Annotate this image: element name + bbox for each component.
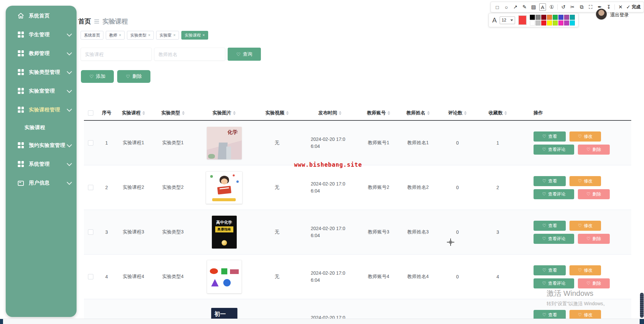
palette-swatch[interactable] (530, 15, 535, 20)
horizontal-scrollbar-track[interactable] (0, 319, 644, 324)
view-button[interactable]: ♡查看 (534, 176, 566, 186)
tab-label: 系统首页 (84, 33, 100, 38)
view-button[interactable]: ♡查看 (534, 221, 566, 231)
close-tool[interactable]: ✕ (617, 3, 624, 11)
delete-button[interactable]: ♡ 删除 (117, 70, 150, 83)
row-checkbox[interactable] (88, 140, 93, 146)
tab-close-icon[interactable]: × (202, 33, 205, 37)
sidebar-item-7[interactable]: 预约实验室管理 (6, 136, 77, 155)
view-comments-button[interactable]: ♡查看评论 (534, 278, 574, 288)
tab-close-icon[interactable]: × (173, 33, 176, 37)
delete-row-button[interactable]: ♡删除 (578, 234, 610, 244)
palette-swatch[interactable] (547, 15, 552, 20)
palette-swatch[interactable] (553, 15, 558, 20)
sidebar-item-2[interactable]: 教师管理 (6, 44, 77, 63)
pencil-tool[interactable]: ✎ (521, 3, 528, 11)
sort-carets-icon[interactable] (182, 111, 185, 115)
palette-swatch[interactable] (558, 20, 563, 25)
sidebar-item-8[interactable]: 系统管理 (6, 155, 77, 173)
edit-button[interactable]: ♡修改 (569, 131, 601, 142)
sort-carets-icon[interactable] (142, 111, 145, 115)
sidebar-item-4[interactable]: 实验室管理 (6, 82, 77, 100)
palette-swatch[interactable] (530, 20, 535, 25)
tab-close-icon[interactable]: × (119, 33, 121, 37)
sidebar-item-3[interactable]: 实验类型管理 (6, 63, 77, 82)
course-image-thumbnail[interactable]: 化学 (207, 127, 242, 159)
edit-button[interactable]: ♡修改 (569, 265, 601, 275)
tab-0[interactable]: 系统首页 (81, 31, 103, 40)
tab-2[interactable]: 实验类型× (127, 31, 154, 40)
add-button[interactable]: ♡ 添加 (81, 70, 114, 83)
row-checkbox[interactable] (88, 185, 93, 190)
palette-swatch[interactable] (564, 20, 569, 25)
view-button[interactable]: ♡查看 (534, 310, 566, 320)
user-avatar[interactable] (596, 9, 607, 19)
sidebar-item-0[interactable]: 系统首页 (6, 6, 77, 25)
palette-swatch[interactable] (564, 15, 569, 20)
save-tool[interactable]: ↧ (605, 3, 612, 11)
tab-1[interactable]: 教师× (106, 31, 125, 40)
tab-close-icon[interactable]: × (148, 33, 150, 37)
fullscreen-tool[interactable]: ⛶ (587, 3, 594, 11)
vertical-scrollbar-thumb[interactable] (640, 293, 644, 318)
text-tool[interactable]: A (539, 3, 546, 11)
course-image-thumbnail[interactable] (207, 260, 242, 293)
sort-carets-icon[interactable] (286, 111, 289, 115)
teacher-search-input[interactable] (154, 48, 225, 61)
tab-3[interactable]: 实验室× (156, 31, 179, 40)
palette-swatch[interactable] (541, 15, 546, 20)
sidebar-item-1[interactable]: 学生管理 (6, 25, 77, 44)
palette-swatch[interactable] (558, 15, 563, 20)
course-image-thumbnail[interactable] (206, 171, 242, 204)
mosaic-tool[interactable]: ▨ (530, 3, 537, 11)
view-comments-button[interactable]: ♡查看评论 (534, 189, 574, 199)
font-size-dropdown[interactable]: 12 (500, 16, 515, 24)
palette-swatch[interactable] (570, 20, 575, 25)
sort-carets-icon[interactable] (339, 111, 341, 115)
grid-icon (18, 32, 24, 38)
delete-row-button[interactable]: ♡删除 (578, 145, 610, 155)
step-number-tool[interactable]: ① (548, 3, 555, 11)
delete-row-button[interactable]: ♡删除 (578, 189, 610, 199)
sort-carets-icon[interactable] (427, 111, 430, 115)
sort-carets-icon[interactable] (464, 111, 467, 115)
palette-swatch[interactable] (536, 15, 541, 20)
palette-swatch[interactable] (553, 20, 558, 25)
row-checkbox[interactable] (88, 274, 93, 279)
palette-swatch[interactable] (570, 15, 575, 20)
sort-carets-icon[interactable] (233, 111, 236, 115)
query-button[interactable]: ♡ 查询 (228, 48, 261, 61)
view-comments-button[interactable]: ♡查看评论 (534, 145, 574, 155)
sidebar-item-5[interactable]: 实验课程管理 (6, 100, 77, 119)
breadcrumb-home[interactable]: 首页 (78, 17, 91, 26)
sidebar-item-6[interactable]: 实验课程 (6, 119, 77, 136)
view-comments-button[interactable]: ♡查看评论 (534, 234, 574, 244)
arrow-tool[interactable]: ↗ (512, 3, 519, 11)
view-button[interactable]: ♡查看 (534, 265, 566, 275)
palette-swatch[interactable] (547, 20, 552, 25)
logout-button[interactable]: 退出登录 (610, 12, 629, 18)
tab-4[interactable]: 实验课程× (181, 31, 208, 40)
course-search-input[interactable] (81, 48, 152, 61)
sidebar-item-9[interactable]: 用户信息 (6, 173, 77, 192)
region-tool[interactable]: ✂ (569, 3, 576, 11)
current-color-swatch[interactable] (518, 15, 527, 25)
row-checkbox[interactable] (88, 229, 93, 235)
view-button[interactable]: ♡查看 (534, 131, 566, 142)
edit-button[interactable]: ♡修改 (569, 176, 601, 186)
delete-row-button[interactable]: ♡删除 (578, 278, 610, 288)
select-all-checkbox[interactable] (88, 110, 93, 116)
rectangle-tool[interactable]: □ (494, 3, 501, 11)
palette-swatch[interactable] (541, 20, 546, 25)
done-button[interactable]: ✓完成 (626, 4, 641, 10)
edit-button[interactable]: ♡修改 (569, 310, 601, 320)
edit-button[interactable]: ♡修改 (569, 221, 601, 231)
ellipse-tool[interactable]: ○ (503, 3, 510, 11)
undo-tool[interactable]: ↺ (560, 3, 567, 11)
sort-carets-icon[interactable] (504, 111, 507, 115)
copy-tool[interactable]: ⧉ (578, 3, 585, 11)
palette-swatch[interactable] (536, 20, 541, 25)
course-image-thumbnail[interactable]: 高中化学奥赛指南 (212, 216, 237, 249)
sidebar-collapse-chevron[interactable]: › (0, 156, 0, 165)
sort-carets-icon[interactable] (387, 111, 390, 115)
